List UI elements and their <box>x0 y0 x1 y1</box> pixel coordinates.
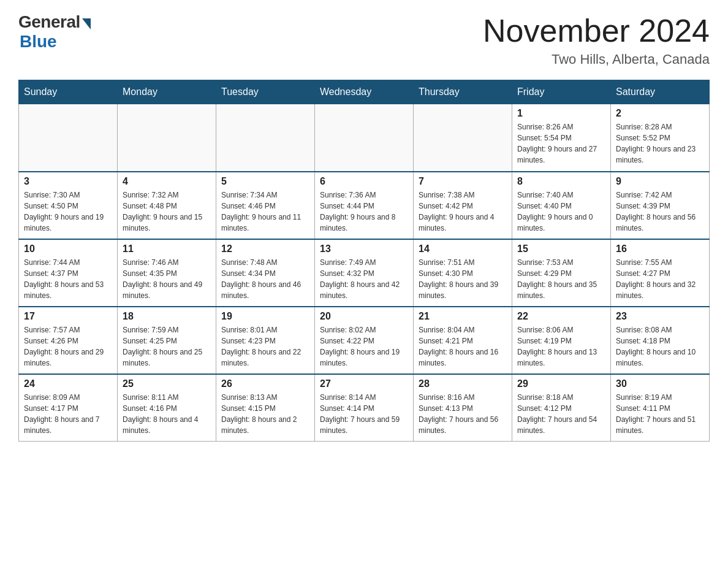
calendar-cell: 20Sunrise: 8:02 AM Sunset: 4:22 PM Dayli… <box>315 307 414 374</box>
day-number: 14 <box>419 243 507 255</box>
header-monday: Monday <box>118 80 216 104</box>
calendar-cell: 22Sunrise: 8:06 AM Sunset: 4:19 PM Dayli… <box>512 307 611 374</box>
day-info: Sunrise: 8:09 AM Sunset: 4:17 PM Dayligh… <box>24 392 112 436</box>
day-number: 25 <box>123 378 211 389</box>
day-info: Sunrise: 8:06 AM Sunset: 4:19 PM Dayligh… <box>517 324 605 369</box>
day-info: Sunrise: 7:44 AM Sunset: 4:37 PM Dayligh… <box>24 257 112 301</box>
day-number: 2 <box>616 108 704 119</box>
calendar-cell: 1Sunrise: 8:26 AM Sunset: 5:54 PM Daylig… <box>512 104 611 172</box>
day-number: 24 <box>24 378 112 389</box>
day-info: Sunrise: 7:55 AM Sunset: 4:27 PM Dayligh… <box>616 257 704 301</box>
day-info: Sunrise: 7:48 AM Sunset: 4:34 PM Dayligh… <box>221 257 309 301</box>
day-info: Sunrise: 7:36 AM Sunset: 4:44 PM Dayligh… <box>320 190 408 234</box>
day-number: 5 <box>221 176 309 187</box>
day-info: Sunrise: 7:53 AM Sunset: 4:29 PM Dayligh… <box>517 257 605 301</box>
calendar-cell: 2Sunrise: 8:28 AM Sunset: 5:52 PM Daylig… <box>611 104 710 172</box>
page-header: General Blue November 2024 Two Hills, Al… <box>18 12 710 67</box>
day-number: 22 <box>517 311 605 322</box>
calendar-cell: 11Sunrise: 7:46 AM Sunset: 4:35 PM Dayli… <box>118 239 216 307</box>
header-wednesday: Wednesday <box>315 80 414 104</box>
day-info: Sunrise: 8:26 AM Sunset: 5:54 PM Dayligh… <box>517 121 605 166</box>
calendar-cell: 17Sunrise: 7:57 AM Sunset: 4:26 PM Dayli… <box>19 307 118 374</box>
calendar-cell: 10Sunrise: 7:44 AM Sunset: 4:37 PM Dayli… <box>19 239 118 307</box>
calendar-title: November 2024 <box>483 12 710 49</box>
calendar-cell: 18Sunrise: 7:59 AM Sunset: 4:25 PM Dayli… <box>118 307 216 374</box>
calendar-cell: 28Sunrise: 8:16 AM Sunset: 4:13 PM Dayli… <box>414 374 512 442</box>
day-info: Sunrise: 7:30 AM Sunset: 4:50 PM Dayligh… <box>24 190 112 234</box>
calendar-cell <box>414 104 512 172</box>
day-info: Sunrise: 7:49 AM Sunset: 4:32 PM Dayligh… <box>320 257 408 301</box>
calendar-cell: 5Sunrise: 7:34 AM Sunset: 4:46 PM Daylig… <box>216 172 315 239</box>
calendar-cell: 9Sunrise: 7:42 AM Sunset: 4:39 PM Daylig… <box>611 172 710 239</box>
day-number: 13 <box>320 243 408 255</box>
calendar-cell: 8Sunrise: 7:40 AM Sunset: 4:40 PM Daylig… <box>512 172 611 239</box>
calendar-cell: 21Sunrise: 8:04 AM Sunset: 4:21 PM Dayli… <box>414 307 512 374</box>
day-info: Sunrise: 7:46 AM Sunset: 4:35 PM Dayligh… <box>123 257 211 301</box>
week-row-3: 10Sunrise: 7:44 AM Sunset: 4:37 PM Dayli… <box>19 239 710 307</box>
calendar-cell: 25Sunrise: 8:11 AM Sunset: 4:16 PM Dayli… <box>118 374 216 442</box>
day-number: 12 <box>221 243 309 255</box>
calendar-cell <box>216 104 315 172</box>
calendar-cell: 13Sunrise: 7:49 AM Sunset: 4:32 PM Dayli… <box>315 239 414 307</box>
header-thursday: Thursday <box>414 80 512 104</box>
header-row: SundayMondayTuesdayWednesdayThursdayFrid… <box>19 80 710 104</box>
day-info: Sunrise: 7:57 AM Sunset: 4:26 PM Dayligh… <box>24 324 112 369</box>
day-number: 10 <box>24 243 112 255</box>
day-info: Sunrise: 7:40 AM Sunset: 4:40 PM Dayligh… <box>517 190 605 234</box>
calendar-subtitle: Two Hills, Alberta, Canada <box>483 52 710 67</box>
calendar-cell <box>315 104 414 172</box>
day-number: 23 <box>616 311 704 322</box>
day-info: Sunrise: 7:59 AM Sunset: 4:25 PM Dayligh… <box>123 324 211 369</box>
calendar-cell: 30Sunrise: 8:19 AM Sunset: 4:11 PM Dayli… <box>611 374 710 442</box>
calendar-cell: 4Sunrise: 7:32 AM Sunset: 4:48 PM Daylig… <box>118 172 216 239</box>
day-number: 17 <box>24 311 112 322</box>
day-number: 26 <box>221 378 309 389</box>
calendar-cell: 15Sunrise: 7:53 AM Sunset: 4:29 PM Dayli… <box>512 239 611 307</box>
day-number: 16 <box>616 243 704 255</box>
day-info: Sunrise: 7:38 AM Sunset: 4:42 PM Dayligh… <box>419 190 507 234</box>
week-row-2: 3Sunrise: 7:30 AM Sunset: 4:50 PM Daylig… <box>19 172 710 239</box>
day-number: 4 <box>123 176 211 187</box>
day-number: 15 <box>517 243 605 255</box>
calendar-cell: 3Sunrise: 7:30 AM Sunset: 4:50 PM Daylig… <box>19 172 118 239</box>
day-number: 9 <box>616 176 704 187</box>
day-info: Sunrise: 8:02 AM Sunset: 4:22 PM Dayligh… <box>320 324 408 369</box>
day-number: 8 <box>517 176 605 187</box>
logo: General Blue <box>18 12 91 52</box>
day-info: Sunrise: 8:13 AM Sunset: 4:15 PM Dayligh… <box>221 392 309 436</box>
day-number: 3 <box>24 176 112 187</box>
header-sunday: Sunday <box>19 80 118 104</box>
day-number: 18 <box>123 311 211 322</box>
day-info: Sunrise: 8:04 AM Sunset: 4:21 PM Dayligh… <box>419 324 507 369</box>
day-number: 28 <box>419 378 507 389</box>
logo-general-text: General <box>18 12 80 32</box>
header-friday: Friday <box>512 80 611 104</box>
calendar-cell <box>19 104 118 172</box>
calendar-cell: 24Sunrise: 8:09 AM Sunset: 4:17 PM Dayli… <box>19 374 118 442</box>
day-number: 29 <box>517 378 605 389</box>
header-saturday: Saturday <box>611 80 710 104</box>
day-info: Sunrise: 7:32 AM Sunset: 4:48 PM Dayligh… <box>123 190 211 234</box>
week-row-1: 1Sunrise: 8:26 AM Sunset: 5:54 PM Daylig… <box>19 104 710 172</box>
week-row-4: 17Sunrise: 7:57 AM Sunset: 4:26 PM Dayli… <box>19 307 710 374</box>
day-info: Sunrise: 8:11 AM Sunset: 4:16 PM Dayligh… <box>123 392 211 436</box>
day-number: 20 <box>320 311 408 322</box>
day-number: 11 <box>123 243 211 255</box>
day-info: Sunrise: 8:18 AM Sunset: 4:12 PM Dayligh… <box>517 392 605 436</box>
calendar-cell: 16Sunrise: 7:55 AM Sunset: 4:27 PM Dayli… <box>611 239 710 307</box>
day-info: Sunrise: 7:34 AM Sunset: 4:46 PM Dayligh… <box>221 190 309 234</box>
day-info: Sunrise: 8:19 AM Sunset: 4:11 PM Dayligh… <box>616 392 704 436</box>
calendar-cell: 12Sunrise: 7:48 AM Sunset: 4:34 PM Dayli… <box>216 239 315 307</box>
calendar-cell: 29Sunrise: 8:18 AM Sunset: 4:12 PM Dayli… <box>512 374 611 442</box>
header-tuesday: Tuesday <box>216 80 315 104</box>
day-number: 21 <box>419 311 507 322</box>
day-info: Sunrise: 8:28 AM Sunset: 5:52 PM Dayligh… <box>616 121 704 166</box>
day-info: Sunrise: 8:08 AM Sunset: 4:18 PM Dayligh… <box>616 324 704 369</box>
day-number: 27 <box>320 378 408 389</box>
day-number: 30 <box>616 378 704 389</box>
calendar-cell: 19Sunrise: 8:01 AM Sunset: 4:23 PM Dayli… <box>216 307 315 374</box>
logo-blue-text: Blue <box>20 32 57 52</box>
calendar-cell: 23Sunrise: 8:08 AM Sunset: 4:18 PM Dayli… <box>611 307 710 374</box>
calendar-cell: 14Sunrise: 7:51 AM Sunset: 4:30 PM Dayli… <box>414 239 512 307</box>
week-row-5: 24Sunrise: 8:09 AM Sunset: 4:17 PM Dayli… <box>19 374 710 442</box>
